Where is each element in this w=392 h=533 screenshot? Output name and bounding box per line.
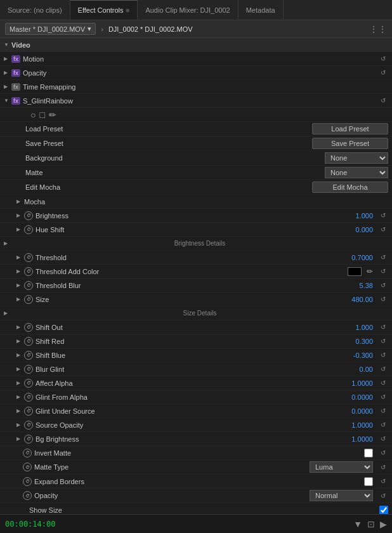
master-dropdown[interactable]: Master * DJI_0002.MOV ▾ — [5, 23, 96, 35]
invert-matte-reset-button[interactable]: ↺ — [378, 448, 388, 458]
shift-red-reset-button[interactable]: ↺ — [378, 336, 388, 346]
shift-out-value[interactable]: 1.000 — [335, 324, 373, 331]
blend-opacity-reset-button[interactable]: ↺ — [378, 490, 388, 501]
filter-icon[interactable]: ▼ — [353, 519, 362, 529]
brightness-reset-button[interactable]: ↺ — [378, 211, 388, 221]
opacity-chevron-icon[interactable]: ▶ — [4, 70, 11, 76]
hue-shift-stopwatch-icon[interactable]: ⏱ — [24, 225, 33, 234]
threshold-blur-stopwatch-icon[interactable]: ⏱ — [24, 281, 33, 290]
affect-alpha-chevron-icon[interactable]: ▶ — [16, 380, 24, 386]
size-chevron-icon[interactable]: ▶ — [16, 296, 24, 302]
bg-brightness-stopwatch-icon[interactable]: ⏱ — [24, 435, 33, 444]
invert-matte-checkbox[interactable] — [364, 449, 373, 457]
panel-menu-icon[interactable]: ⋮⋮ — [369, 24, 387, 34]
expand-borders-checkbox[interactable] — [364, 477, 373, 486]
shift-blue-value[interactable]: -0.300 — [335, 352, 373, 359]
bg-brightness-chevron-icon[interactable]: ▶ — [16, 436, 24, 442]
glint-from-alpha-value[interactable]: 0.0000 — [335, 393, 373, 401]
blur-glint-stopwatch-icon[interactable]: ⏱ — [24, 365, 33, 374]
blur-glint-reset-button[interactable]: ↺ — [378, 364, 388, 374]
threshold-value[interactable]: 0.7000 — [335, 254, 373, 261]
size-reset-button[interactable]: ↺ — [378, 294, 388, 305]
blend-opacity-select[interactable]: Normal — [310, 490, 373, 501]
glint-from-alpha-stopwatch-icon[interactable]: ⏱ — [24, 393, 33, 402]
shift-out-stopwatch-icon[interactable]: ⏱ — [24, 323, 33, 332]
threshold-chevron-icon[interactable]: ▶ — [16, 254, 24, 260]
blend-opacity-stopwatch-icon[interactable]: ⏱ — [23, 491, 32, 500]
glint-under-source-value[interactable]: 0.0000 — [335, 407, 373, 415]
source-opacity-reset-button[interactable]: ↺ — [378, 420, 388, 430]
fit-icon[interactable]: ⊡ — [367, 519, 375, 529]
threshold-add-color-swatch[interactable] — [348, 267, 362, 276]
glint-under-source-stopwatch-icon[interactable]: ⏱ — [24, 407, 33, 416]
glint-from-alpha-chevron-icon[interactable]: ▶ — [16, 394, 24, 400]
hue-shift-reset-button[interactable]: ↺ — [378, 225, 388, 235]
shift-blue-stopwatch-icon[interactable]: ⏱ — [24, 351, 33, 360]
eyedropper-icon[interactable]: ✏ — [367, 267, 373, 276]
brightness-chevron-icon[interactable]: ▶ — [16, 213, 24, 218]
source-opacity-chevron-icon[interactable]: ▶ — [16, 422, 24, 428]
tab-metadata[interactable]: Metadata — [238, 0, 284, 20]
shift-out-reset-button[interactable]: ↺ — [378, 322, 388, 332]
tab-effect-controls[interactable]: Effect Controls ≡ — [70, 0, 138, 20]
affect-alpha-reset-button[interactable]: ↺ — [378, 378, 388, 388]
shift-red-value[interactable]: 0.300 — [335, 338, 373, 345]
brightness-value[interactable]: 1.000 — [335, 212, 373, 220]
threshold-add-color-chevron-icon[interactable]: ▶ — [16, 268, 24, 274]
size-value[interactable]: 480.00 — [335, 296, 373, 303]
square-shape-icon[interactable]: □ — [39, 110, 44, 120]
hue-shift-value[interactable]: 0.000 — [335, 226, 373, 234]
matte-select[interactable]: None — [325, 167, 388, 178]
tab-audio-mixer[interactable]: Audio Clip Mixer: DJI_0002 — [138, 0, 238, 20]
shift-red-chevron-icon[interactable]: ▶ — [16, 338, 24, 344]
sglint-reset-button[interactable]: ↺ — [378, 96, 388, 106]
sglint-chevron-icon[interactable]: ▼ — [4, 98, 11, 103]
invert-matte-stopwatch-icon[interactable]: ⏱ — [23, 449, 32, 457]
size-details-chevron-icon[interactable]: ▶ — [4, 310, 11, 316]
glint-under-source-reset-button[interactable]: ↺ — [378, 406, 388, 416]
brightness-details-chevron-icon[interactable]: ▶ — [4, 240, 11, 246]
matte-type-select[interactable]: Luma — [310, 461, 373, 473]
pen-shape-icon[interactable]: ✏ — [49, 110, 56, 120]
source-opacity-stopwatch-icon[interactable]: ⏱ — [24, 421, 33, 430]
bg-brightness-reset-button[interactable]: ↺ — [378, 434, 388, 444]
matte-type-reset-button[interactable]: ↺ — [378, 462, 388, 472]
shift-out-chevron-icon[interactable]: ▶ — [16, 324, 24, 330]
opacity-reset-button[interactable]: ↺ — [378, 68, 388, 78]
threshold-blur-chevron-icon[interactable]: ▶ — [16, 282, 24, 288]
threshold-blur-value[interactable]: 5.38 — [335, 282, 373, 289]
affect-alpha-value[interactable]: 1.0000 — [335, 379, 373, 387]
source-opacity-value[interactable]: 1.0000 — [335, 421, 373, 429]
threshold-stopwatch-icon[interactable]: ⏱ — [24, 253, 33, 262]
edit-mocha-button[interactable]: Edit Mocha — [312, 181, 388, 193]
time-remapping-chevron-icon[interactable]: ▶ — [4, 84, 11, 89]
threshold-blur-reset-button[interactable]: ↺ — [378, 280, 388, 291]
size-stopwatch-icon[interactable]: ⏱ — [24, 295, 33, 304]
glint-from-alpha-reset-button[interactable]: ↺ — [378, 392, 388, 402]
video-chevron-icon[interactable]: ▼ — [4, 42, 11, 48]
blur-glint-chevron-icon[interactable]: ▶ — [16, 366, 24, 372]
shift-blue-reset-button[interactable]: ↺ — [378, 350, 388, 360]
expand-borders-stopwatch-icon[interactable]: ⏱ — [23, 477, 32, 486]
shift-blue-chevron-icon[interactable]: ▶ — [16, 352, 24, 358]
blur-glint-value[interactable]: 0.00 — [335, 365, 373, 373]
bg-brightness-value[interactable]: 1.0000 — [335, 435, 373, 443]
tab-source[interactable]: Source: (no clips) — [0, 0, 70, 20]
brightness-stopwatch-icon[interactable]: ⏱ — [24, 211, 33, 220]
motion-reset-button[interactable]: ↺ — [378, 54, 388, 64]
load-preset-button[interactable]: Load Preset — [312, 123, 388, 135]
show-size-checkbox[interactable] — [379, 506, 388, 515]
background-select[interactable]: None — [325, 152, 388, 164]
mocha-chevron-icon[interactable]: ▶ — [16, 199, 24, 204]
threshold-add-color-stopwatch-icon[interactable]: ⏱ — [24, 267, 33, 276]
hue-shift-chevron-icon[interactable]: ▶ — [16, 227, 24, 232]
save-preset-button[interactable]: Save Preset — [312, 138, 388, 149]
glint-under-source-chevron-icon[interactable]: ▶ — [16, 408, 24, 414]
affect-alpha-stopwatch-icon[interactable]: ⏱ — [24, 379, 33, 388]
matte-type-stopwatch-icon[interactable]: ⏱ — [23, 463, 32, 471]
motion-chevron-icon[interactable]: ▶ — [4, 56, 11, 62]
expand-borders-reset-button[interactable]: ↺ — [378, 477, 388, 487]
threshold-add-color-reset-button[interactable]: ↺ — [378, 266, 388, 277]
threshold-reset-button[interactable]: ↺ — [378, 253, 388, 263]
circle-shape-icon[interactable]: ○ — [30, 110, 36, 120]
